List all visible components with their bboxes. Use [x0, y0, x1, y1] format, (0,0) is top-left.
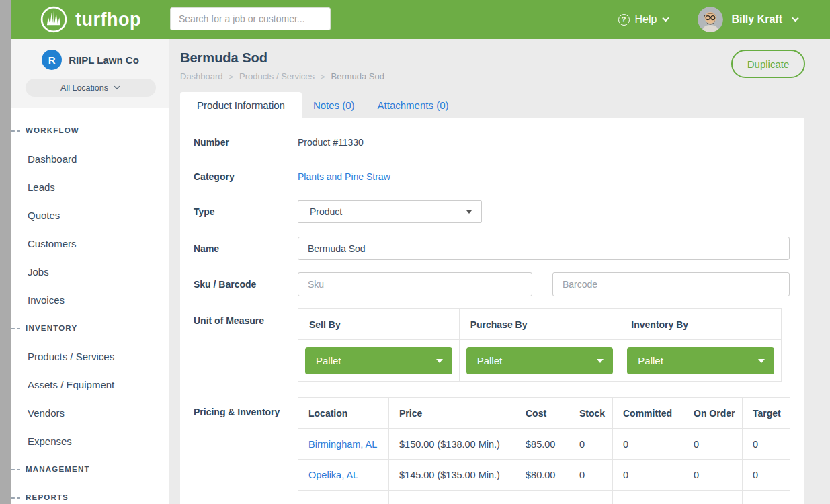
breadcrumb-separator-icon: > — [321, 73, 325, 81]
pricing-column-header-target: Target — [743, 398, 790, 429]
caret-down-icon — [597, 359, 604, 363]
name-input[interactable] — [298, 237, 790, 260]
sidebar-item-jobs[interactable]: Jobs — [11, 266, 49, 278]
brand-logo[interactable]: turfhop — [39, 0, 141, 39]
sku-input[interactable] — [298, 272, 532, 296]
pricing-column-header-committed: Committed — [613, 398, 683, 429]
sidebar-item-leads[interactable]: Leads — [11, 181, 55, 193]
breadcrumb: Dashboard>Products / Services>Bermuda So… — [180, 71, 804, 81]
caret-down-icon — [758, 359, 765, 363]
pricing-column-header-on-order: On Order — [683, 398, 743, 429]
sidebar-item-invoices[interactable]: Invoices — [11, 294, 65, 306]
product-information-panel: Number Product #11330 Category Plants an… — [180, 118, 804, 504]
brand-wordmark: turfhop — [75, 9, 141, 30]
cell-cost: $80.00 — [515, 460, 569, 491]
breadcrumb-item-products-services[interactable]: Products / Services — [239, 71, 315, 81]
pricing-header-row: LocationPriceCostStockCommittedOn OrderT… — [298, 398, 790, 429]
location-link[interactable]: Birmingham, AL — [308, 439, 377, 450]
tab-attachments-0[interactable]: Attachments (0) — [366, 92, 460, 118]
uom-select-value: Pallet — [316, 355, 436, 366]
pricing-body: Birmingham, AL$150.00 ($138.00 Min.)$85.… — [298, 429, 790, 504]
cell-price: $145.00 ($135.00 Min.) — [389, 460, 515, 491]
sidebar-item-expenses[interactable]: Expenses — [11, 435, 72, 447]
page-title: Bermuda Sod — [180, 50, 804, 66]
location-filter-dropdown[interactable]: All Locations — [26, 79, 156, 97]
cell-committed: 0 — [613, 460, 683, 491]
chevron-down-icon — [114, 85, 120, 90]
company-badge-icon: R — [42, 50, 62, 70]
uom-header-row: Sell ByPurchase ByInventory By — [298, 309, 782, 340]
cell-target: 0 — [743, 460, 790, 491]
breadcrumb-separator-icon: > — [229, 73, 233, 81]
company-name: RIIPL Lawn Co — [69, 54, 139, 66]
sidebar-item-customers[interactable]: Customers — [11, 238, 77, 249]
cell-location: Opelika, AL — [298, 460, 389, 491]
sidebar-section-workflow[interactable]: WORKFLOW — [11, 126, 79, 134]
number-value: Product #11330 — [298, 137, 790, 148]
breadcrumb-item-dashboard[interactable]: Dashboard — [180, 71, 223, 81]
help-label: Help — [635, 13, 657, 26]
sidebar-section-inventory[interactable]: INVENTORY — [11, 324, 77, 332]
top-header: turfhop ? Help — [11, 0, 830, 39]
unit-of-measure-table: Sell ByPurchase ByInventory By PalletPal… — [298, 308, 782, 382]
uom-select-value: Pallet — [477, 355, 597, 366]
number-label: Number — [194, 136, 298, 149]
pricing-column-header-stock: Stock — [569, 398, 613, 429]
search-input[interactable] — [170, 7, 331, 30]
cell-price: $150.00 ($138.00 Min.) — [389, 429, 515, 460]
uom-column-header-sell-by: Sell By — [298, 309, 460, 340]
sidebar-item-vendors[interactable]: Vendors — [11, 407, 65, 419]
category-label: Category — [194, 170, 298, 183]
chevron-down-icon[interactable] — [792, 17, 799, 22]
type-select-value: Product — [310, 206, 466, 217]
tab-notes-0[interactable]: Notes (0) — [302, 92, 366, 118]
uom-column-header-inventory-by: Inventory By — [620, 309, 782, 340]
help-menu[interactable]: ? Help — [618, 13, 670, 26]
sidebar-nav: WORKFLOWDashboardLeadsQuotesCustomersJob… — [11, 108, 169, 504]
breadcrumb-item-bermuda-sod: Bermuda Sod — [331, 71, 384, 81]
help-icon: ? — [618, 14, 630, 26]
user-name[interactable]: Billy Kraft — [731, 13, 782, 26]
duplicate-button[interactable]: Duplicate — [731, 50, 805, 78]
category-link[interactable]: Plants and Pine Straw — [298, 171, 390, 182]
cell-target: 0 — [743, 429, 790, 460]
left-edge-strip — [0, 0, 11, 504]
user-avatar[interactable] — [698, 7, 723, 32]
cell-stock: 0 — [569, 460, 613, 491]
company-block: R RIIPL Lawn Co All Locations — [11, 39, 169, 108]
location-link[interactable]: Opelika, AL — [308, 470, 358, 480]
uom-select-purchase-by[interactable]: Pallet — [466, 347, 614, 374]
grass-logo-icon — [39, 5, 69, 34]
cell-cost: $85.00 — [515, 429, 569, 460]
uom-value-row: PalletPalletPallet — [298, 340, 782, 382]
pricing-column-header-cost: Cost — [515, 398, 569, 429]
sidebar-item-products-services[interactable]: Products / Services — [11, 351, 114, 362]
tab-product-information[interactable]: Product Information — [180, 92, 302, 118]
unit-of-measure-label: Unit of Measure — [194, 308, 298, 327]
location-filter-label: All Locations — [60, 83, 108, 93]
cell-on_order: 0 — [683, 429, 743, 460]
name-label: Name — [194, 242, 298, 255]
sidebar-item-assets-equipment[interactable]: Assets / Equipment — [11, 379, 114, 390]
uom-select-inventory-by[interactable]: Pallet — [627, 347, 774, 374]
uom-column-header-purchase-by: Purchase By — [459, 309, 620, 340]
sidebar-item-dashboard[interactable]: Dashboard — [11, 153, 77, 165]
cell-on_order: 0 — [683, 460, 743, 491]
pricing-inventory-label: Pricing & Inventory — [194, 397, 298, 419]
caret-down-icon — [436, 359, 443, 363]
uom-select-value: Pallet — [638, 355, 758, 366]
sidebar-item-quotes[interactable]: Quotes — [11, 210, 60, 221]
cell-committed: 0 — [613, 429, 683, 460]
pricing-inventory-table: LocationPriceCostStockCommittedOn OrderT… — [298, 397, 790, 504]
pricing-column-header-price: Price — [389, 398, 515, 429]
type-select[interactable]: Product — [298, 200, 482, 223]
sidebar-section-reports[interactable]: REPORTS — [11, 493, 69, 501]
barcode-input[interactable] — [552, 272, 790, 296]
table-row: Opelika, AL$145.00 ($135.00 Min.)$80.000… — [298, 460, 790, 491]
sidebar-section-management[interactable]: MANAGEMENT — [11, 465, 90, 473]
caret-down-icon — [466, 210, 472, 214]
sidebar: R RIIPL Lawn Co All Locations WORKFLOWDa… — [11, 39, 169, 504]
table-row-clipped — [298, 491, 790, 504]
type-label: Type — [194, 205, 298, 218]
uom-select-sell-by[interactable]: Pallet — [305, 347, 452, 374]
